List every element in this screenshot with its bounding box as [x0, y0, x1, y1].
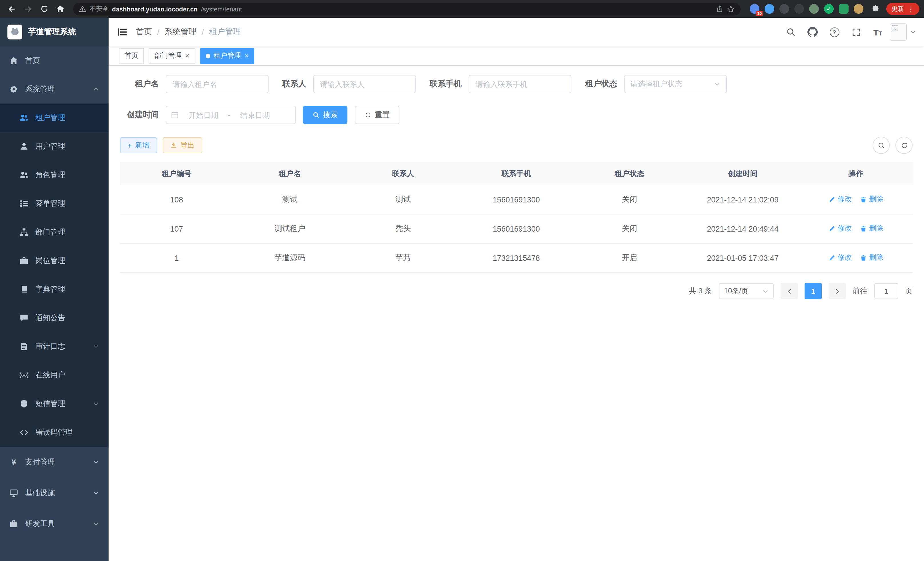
sidebar-item-dept[interactable]: 部门管理 — [0, 218, 109, 247]
sidebar-item-pay[interactable]: ¥支付管理 — [0, 447, 109, 478]
sidebar-item-sms[interactable]: 短信管理 — [0, 390, 109, 418]
chevron-down-icon[interactable] — [910, 29, 916, 35]
sidebar-item-online[interactable]: 在线用户 — [0, 361, 109, 390]
delete-button[interactable]: 删除 — [860, 253, 884, 263]
main-content: 租户名 联系人 联系手机 租户状态 请选择租户状态 创建时间 — [109, 66, 924, 561]
tenant-name-input[interactable] — [166, 75, 268, 93]
refresh-table-button[interactable] — [896, 137, 913, 154]
search-icon[interactable] — [781, 22, 801, 42]
sidebar-item-infra[interactable]: 基础设施 — [0, 478, 109, 508]
yen-icon: ¥ — [9, 457, 18, 467]
url-bar[interactable]: 不安全 dashboard.yudao.iocoder.cn/system/te… — [73, 3, 741, 15]
sidebar-item-tools[interactable]: 研发工具 — [0, 508, 109, 539]
breadcrumb-system[interactable]: 系统管理 — [165, 27, 196, 37]
date-end-input[interactable] — [233, 110, 278, 120]
sidebar-item-system[interactable]: 系统管理 — [0, 75, 109, 104]
extension-blue-badged[interactable]: 10 — [750, 4, 759, 14]
date-range-picker[interactable]: - — [166, 106, 296, 124]
github-icon[interactable] — [803, 22, 822, 42]
tab-tenant[interactable]: 租户管理 × — [200, 48, 254, 64]
tab-home[interactable]: 首页 — [119, 48, 144, 64]
goto-page-input[interactable] — [874, 283, 898, 299]
extension-dark-2[interactable] — [794, 4, 804, 14]
sidebar-item-tenant[interactable]: 租户管理 — [0, 104, 109, 132]
sidebar-item-dict[interactable]: 字典管理 — [0, 275, 109, 304]
page-number-button[interactable]: 1 — [805, 283, 822, 299]
extension-green-square[interactable] — [839, 4, 849, 14]
reload-icon[interactable] — [37, 2, 51, 16]
created-cell: 2021-01-05 17:03:47 — [686, 243, 799, 272]
extension-blue-drop[interactable] — [765, 4, 774, 14]
delete-button[interactable]: 删除 — [860, 195, 884, 205]
home-icon[interactable] — [52, 2, 68, 16]
browser-update-button[interactable]: 更新 ⋮ — [886, 3, 920, 15]
export-button[interactable]: 导出 — [163, 137, 202, 153]
sidebar-item-user[interactable]: 用户管理 — [0, 132, 109, 161]
toggle-search-button[interactable] — [873, 137, 890, 154]
delete-label: 删除 — [869, 195, 884, 205]
breadcrumb-home[interactable]: 首页 — [136, 27, 152, 37]
browser-menu-icon[interactable]: ⋮ — [908, 5, 914, 13]
font-size-icon[interactable]: TT — [868, 22, 887, 42]
extension-dark-1[interactable] — [779, 4, 789, 14]
help-icon[interactable]: ? — [825, 22, 844, 42]
forward-icon[interactable] — [21, 2, 35, 16]
tab-close-icon[interactable]: × — [185, 52, 189, 59]
sidebar-item-label: 租户管理 — [35, 113, 65, 123]
edit-button[interactable]: 修改 — [829, 253, 852, 263]
extension-badge: 10 — [756, 11, 763, 16]
next-page-button[interactable] — [829, 283, 846, 299]
chevron-right-icon — [834, 288, 840, 294]
contact-label: 联系人 — [282, 79, 313, 89]
sidebar-item-log[interactable]: 审计日志 — [0, 332, 109, 361]
tab-close-icon[interactable]: × — [244, 52, 249, 59]
sidebar-item-home[interactable]: 首页 — [0, 46, 109, 75]
extension-olive[interactable] — [809, 4, 819, 14]
sidebar-item-errcode[interactable]: 错误码管理 — [0, 418, 109, 447]
logo[interactable]: 芋道管理系统 — [0, 18, 109, 46]
bookmark-star-icon[interactable] — [727, 5, 735, 13]
sidebar-item-notice[interactable]: 通知公告 — [0, 304, 109, 332]
url-path: /system/tenant — [201, 5, 242, 12]
add-button[interactable]: + 新增 — [120, 137, 157, 153]
tags-bar: 首页 部门管理 × 租户管理 × — [109, 46, 924, 66]
edit-button[interactable]: 修改 — [829, 224, 852, 234]
sidebar-item-post[interactable]: 岗位管理 — [0, 247, 109, 275]
delete-button[interactable]: 删除 — [860, 224, 884, 234]
tab-label: 首页 — [124, 51, 138, 61]
prev-page-button[interactable] — [781, 283, 798, 299]
org-tree-icon — [20, 228, 28, 237]
tab-dept[interactable]: 部门管理 × — [148, 48, 195, 64]
sidebar-item-label: 首页 — [25, 56, 40, 66]
status-select[interactable]: 请选择租户状态 — [624, 75, 727, 93]
filter-row-1: 租户名 联系人 联系手机 租户状态 请选择租户状态 — [120, 75, 913, 93]
sidebar-toggle-icon[interactable] — [109, 27, 136, 37]
breadcrumb-separator: / — [157, 27, 159, 37]
share-icon[interactable] — [716, 5, 723, 13]
sidebar-item-label: 角色管理 — [35, 170, 65, 180]
broadcast-icon — [20, 371, 28, 380]
tenant-id-cell: 107 — [120, 214, 233, 243]
search-button[interactable]: 搜索 — [303, 106, 347, 124]
extension-avatar[interactable] — [854, 4, 863, 14]
avatar[interactable] — [890, 23, 907, 41]
date-start-input[interactable] — [181, 110, 226, 120]
contact-input[interactable] — [313, 75, 416, 93]
edit-button[interactable]: 修改 — [829, 195, 852, 205]
fullscreen-icon[interactable] — [846, 22, 866, 42]
table-row: 108测试测试15601691300关闭2021-12-14 21:02:09修… — [120, 185, 913, 214]
sidebar-item-menu[interactable]: 菜单管理 — [0, 189, 109, 218]
actions-cell: 修改删除 — [800, 243, 913, 272]
chevron-down-icon — [93, 343, 99, 350]
extensions-puzzle-icon[interactable] — [868, 2, 883, 16]
extension-green-check[interactable]: ✓ — [824, 4, 834, 14]
phone-input[interactable] — [469, 75, 572, 93]
sidebar-item-role[interactable]: 角色管理 — [0, 161, 109, 189]
phone-label: 联系手机 — [430, 79, 469, 89]
search-icon — [878, 141, 885, 149]
page-size-select[interactable]: 10条/页 — [719, 283, 774, 299]
back-icon[interactable] — [4, 2, 20, 16]
reset-button[interactable]: 重置 — [355, 106, 399, 124]
sidebar-item-label: 岗位管理 — [35, 256, 65, 266]
edit-label: 修改 — [838, 253, 852, 263]
